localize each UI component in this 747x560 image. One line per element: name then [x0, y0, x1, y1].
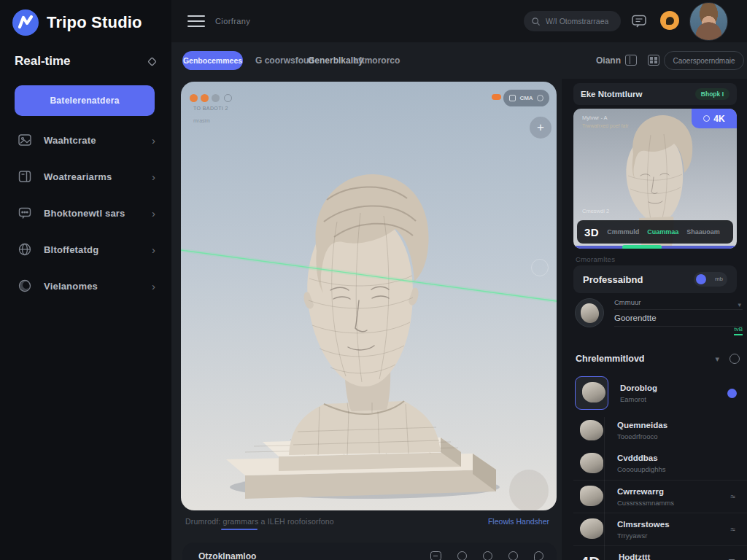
- message-icon[interactable]: [631, 14, 647, 28]
- preview-card[interactable]: 4K Mylvwr - A Trwwafrxed poef fatr Cmesw…: [573, 109, 737, 249]
- sidebar-item-3[interactable]: Bhoktonewtl sars ›: [0, 195, 171, 231]
- model-title: Quemneidas: [617, 421, 747, 429]
- preview-note-2: Trwwafrxed poef fatr: [582, 123, 629, 128]
- generator-field-1[interactable]: Cmmuur: [614, 298, 743, 310]
- window-control-3[interactable]: [212, 94, 220, 102]
- sidebar-item-5[interactable]: Vielanomes ›: [0, 268, 171, 304]
- search-icon: [531, 17, 541, 26]
- image-card-icon: [18, 133, 32, 147]
- window-control-1[interactable]: [190, 94, 198, 102]
- chevron-right-icon: ›: [152, 207, 155, 219]
- tab-3d[interactable]: 3D: [584, 226, 599, 238]
- model-item-6[interactable]: 4D Hodtzttt Lrtrmzdh ⊞: [573, 545, 747, 560]
- viewport-toolbar-pill[interactable]: CMA: [503, 90, 549, 106]
- options-circle-icon: [537, 95, 543, 101]
- user-avatar[interactable]: [689, 2, 728, 41]
- sidebar-item-1[interactable]: Waahtcrate ›: [0, 122, 171, 158]
- secondary-action-button[interactable]: Caoerspoerndmaie: [664, 51, 744, 70]
- sidebar-item-2[interactable]: Woatreariarms ›: [0, 158, 171, 195]
- camera-icon: [509, 95, 516, 101]
- preview-tab-2-active[interactable]: Cuammaa: [647, 228, 678, 236]
- search-input[interactable]: W/I Otomstrarraea: [524, 11, 621, 31]
- chevron-down-icon[interactable]: ▾: [715, 354, 719, 364]
- viewport-handle-icon[interactable]: [531, 259, 549, 276]
- sidebar-item-4[interactable]: Bltoffetatdg ›: [0, 231, 171, 268]
- circle-tool-icon-1[interactable]: [457, 551, 467, 560]
- chevron-right-icon: ›: [152, 171, 155, 183]
- generator-side-label: tvB: [734, 326, 743, 335]
- viewport-3d[interactable]: TO BADOTI 2 mrasim CMA +: [181, 82, 557, 510]
- model-item-5[interactable]: Clmsrstowes Trryyawsr ≈: [573, 513, 747, 545]
- model-subtitle: Trryyawsr: [617, 532, 730, 540]
- chevron-right-icon: ›: [152, 280, 155, 292]
- open-menu-label[interactable]: Oiann: [596, 55, 621, 66]
- preview-tab-1[interactable]: Cmmmuld: [607, 228, 639, 236]
- sidebar-item-label: Vielanomes: [44, 281, 98, 292]
- topbar-menu-label[interactable]: Ciorfrany: [215, 17, 250, 26]
- logo: Tripo Studio: [12, 9, 142, 36]
- grid-view-icon[interactable]: [648, 55, 659, 66]
- model-thumbnail: [578, 419, 605, 443]
- active-indicator-dot: [727, 389, 737, 398]
- model-subtitle: Cooouupdighhs: [617, 465, 747, 473]
- model-subtitle: Tooedrfrooco: [617, 432, 747, 440]
- item-badge-icon: ≈: [730, 491, 735, 502]
- tripo-logo-icon: [12, 9, 39, 36]
- toggle-state-label: mb: [715, 276, 723, 282]
- sidebar-item-label: Waahtcrate: [44, 135, 96, 146]
- model-thumbnail-frame: [575, 376, 608, 410]
- model-item-2[interactable]: Quemneidas Tooedrfrooco: [573, 414, 747, 447]
- sidebar-item-label: Bltoffetatdg: [44, 244, 98, 255]
- generator-field-2[interactable]: Goorendtte: [614, 310, 743, 327]
- sidebar-primary-button[interactable]: Batelerenatdera: [15, 85, 155, 116]
- viewport-nav-gizmo[interactable]: [509, 470, 549, 510]
- app-window: Tripo Studio Real-time Batelerenatdera W…: [0, 0, 747, 560]
- professional-toggle[interactable]: mb: [694, 272, 727, 287]
- select-all-radio[interactable]: [729, 354, 740, 364]
- window-control-4[interactable]: [224, 94, 232, 102]
- menu-icon[interactable]: [187, 15, 205, 30]
- chevron-down-icon[interactable]: ▾: [738, 301, 741, 308]
- viewport-note-1: TO BADOTI 2: [193, 106, 228, 111]
- model-title: Cvdddbas: [617, 454, 747, 462]
- resolution-dot-icon: [703, 115, 710, 122]
- comment-tool-icon[interactable]: [534, 551, 543, 560]
- progress-segment-green: [622, 245, 662, 249]
- moon-icon: [18, 279, 32, 293]
- bottom-panel: Otzoklnamloo: [182, 542, 557, 560]
- frame-tool-icon[interactable]: [430, 551, 441, 560]
- window-control-2[interactable]: [201, 94, 209, 102]
- tab-1[interactable]: G coorwsfoud: [255, 55, 314, 66]
- model-thumbnail-4d: 4D: [573, 553, 607, 560]
- add-button[interactable]: +: [530, 117, 551, 139]
- sidebar-section: Real-time: [15, 54, 157, 69]
- chevron-right-icon: ›: [152, 134, 155, 147]
- model-item-4[interactable]: Cwrrewarrg Cussrsssmnamms ≈: [573, 480, 747, 513]
- topbar: Ciorfrany W/I Otomstrarraea: [171, 0, 747, 42]
- model-title: Hodtzttt: [619, 553, 728, 560]
- model-subtitle: Cussrsssmnamms: [617, 499, 730, 507]
- circle-tool-icon-3[interactable]: [508, 551, 518, 560]
- model-list-title: Chrelemmitlovd: [576, 354, 715, 364]
- tab-3[interactable]: aftmororco: [354, 55, 400, 66]
- model-item-3[interactable]: Cvdddbas Cooouupdighhs: [573, 447, 747, 480]
- circle-tool-icon-2[interactable]: [483, 551, 492, 560]
- generator-row[interactable]: Cmmuur Goorendtte ▾ tvB: [573, 297, 743, 333]
- preview-tab-bar: 3D Cmmmuld Cuammaa Shaauoam: [577, 220, 733, 244]
- model-list: Doroblog Eamorot Quemneidas Tooedrfrooco…: [573, 372, 747, 560]
- rewards-icon[interactable]: [660, 11, 679, 30]
- tag-icon[interactable]: [147, 57, 157, 66]
- preview-caption: Cmeswdi 2: [582, 208, 609, 214]
- generator-thumbnail[interactable]: [575, 298, 604, 327]
- item-badge-icon: ≈: [730, 524, 735, 534]
- layout-columns-icon[interactable]: [625, 55, 637, 66]
- model-subtitle: Eamorot: [620, 395, 727, 403]
- bottom-panel-title: Otzoklnamloo: [198, 551, 256, 560]
- app-title: Tripo Studio: [47, 13, 142, 32]
- status-link[interactable]: Fleowls Handsher: [488, 517, 549, 526]
- preview-tab-3[interactable]: Shaauoam: [686, 228, 720, 236]
- resolution-badge[interactable]: 4K: [692, 109, 737, 128]
- status-badge[interactable]: Bhopk I: [695, 88, 729, 100]
- model-item-1-selected[interactable]: Doroblog Eamorot: [573, 372, 747, 414]
- tab-primary[interactable]: Genbocemmees: [182, 51, 243, 70]
